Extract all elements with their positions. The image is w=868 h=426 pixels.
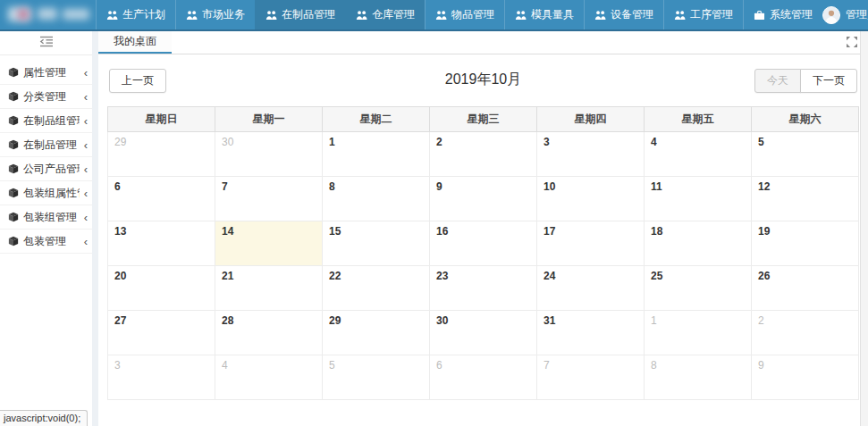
calendar-day-cell[interactable]: 9 [752,355,859,400]
calendar-day-cell[interactable]: 1 [645,311,752,355]
calendar-day-cell[interactable]: 20 [108,266,215,311]
sidebar: 属性管理‹分类管理‹在制品组管理‹在制品管理‹公司产品管理‹包装组属性管理‹包装… [0,31,92,426]
day-number: 25 [651,270,662,282]
calendar-day-cell[interactable]: 14 [215,221,323,266]
main-area: 我的桌面 上一页 2019年10月 今天 下一页 星期日星期一星期二星期三星期四… [98,31,868,426]
calendar-day-cell[interactable]: 28 [215,311,323,355]
day-number: 8 [651,359,657,372]
calendar-day-cell[interactable]: 6 [108,177,215,221]
day-number: 1 [651,314,657,327]
day-number: 27 [114,314,126,327]
fullscreen-button[interactable] [847,31,857,54]
calendar-day-cell[interactable]: 4 [215,355,323,400]
sidebar-item-label: 在制品组管理 [23,113,80,129]
nav-item[interactable]: 在制品管理 [255,0,345,29]
calendar-day-cell[interactable]: 5 [752,132,859,177]
fullscreen-icon [847,35,857,51]
nav-item[interactable]: 系统管理 [743,0,822,29]
calendar-day-cell[interactable]: 31 [537,311,645,355]
calendar-day-cell[interactable]: 26 [752,266,859,311]
nav-item-label: 仓库管理 [372,7,415,22]
calendar-day-cell[interactable]: 3 [108,355,215,400]
calendar-day-cell[interactable]: 29 [108,132,215,177]
nav-item-label: 系统管理 [770,7,813,22]
calendar-header-row: 星期日星期一星期二星期三星期四星期五星期六 [108,107,859,132]
prev-page-button[interactable]: 上一页 [109,69,166,93]
sidebar-item-label: 包装组属性管理 [23,186,80,201]
user-menu[interactable]: 管理员[管理员] [822,0,868,29]
day-number: 6 [114,180,121,193]
calendar-day-cell[interactable]: 6 [430,355,537,400]
calendar-day-cell[interactable]: 30 [430,311,537,355]
user-label: 管理员[管理员] [846,7,868,22]
sidebar-item[interactable]: 属性管理‹ [0,61,92,85]
people-icon [594,10,606,21]
next-page-button[interactable]: 下一页 [800,69,857,93]
sidebar-item[interactable]: 包装组管理‹ [0,205,92,230]
outdent-icon [39,35,54,51]
calendar-day-cell[interactable]: 27 [108,311,215,355]
calendar-day-cell[interactable]: 24 [537,266,645,311]
sidebar-item[interactable]: 包装管理‹ [0,230,92,254]
nav-item[interactable]: 市场业务 [175,0,255,29]
calendar-day-cell[interactable]: 1 [323,132,430,177]
nav-item-label: 市场业务 [202,7,245,22]
calendar-day-cell[interactable]: 22 [323,266,430,311]
calendar-day-cell[interactable]: 17 [537,221,645,266]
calendar-day-cell[interactable]: 8 [645,355,752,400]
calendar-day-cell[interactable]: 15 [323,221,430,266]
calendar-day-cell[interactable]: 7 [537,355,645,400]
calendar-day-cell[interactable]: 2 [752,311,859,355]
sidebar-item[interactable]: 在制品组管理‹ [0,109,92,133]
day-number: 26 [758,270,770,282]
people-icon [356,10,367,21]
nav-item-label: 工序管理 [690,7,733,22]
calendar-day-cell[interactable]: 16 [430,221,537,266]
day-number: 17 [544,225,555,238]
calendar-day-cell[interactable]: 7 [215,177,323,221]
nav-item[interactable]: 模具量具 [504,0,584,29]
calendar-day-cell[interactable]: 9 [430,177,537,221]
sidebar-item[interactable]: 包装组属性管理‹ [0,181,92,205]
calendar-day-cell[interactable]: 10 [537,177,645,221]
tab-my-desktop[interactable]: 我的桌面 [98,31,172,54]
today-button[interactable]: 今天 [754,69,801,93]
calendar-day-cell[interactable]: 13 [108,221,215,266]
calendar-day-cell[interactable]: 3 [537,132,645,177]
nav-item[interactable]: 工序管理 [663,0,743,29]
calendar-day-cell[interactable]: 4 [645,132,752,177]
sidebar-collapse-button[interactable] [0,31,92,55]
calendar-day-cell[interactable]: 21 [215,266,323,311]
calendar-day-cell[interactable]: 2 [430,132,537,177]
nav-item[interactable]: 物品管理 [425,0,504,29]
navbar-menu: 生产计划市场业务在制品管理仓库管理物品管理模具量具设备管理工序管理系统管理 [96,0,822,29]
day-number: 12 [758,180,770,193]
people-icon [265,10,277,21]
scrollbar-track[interactable] [860,31,868,426]
day-number: 10 [544,180,555,193]
sidebar-item[interactable]: 公司产品管理‹ [0,157,92,181]
nav-item-label: 设备管理 [611,7,653,22]
nav-item[interactable]: 仓库管理 [345,0,425,29]
calendar-day-cell[interactable]: 8 [323,177,430,221]
day-number: 1 [329,136,335,148]
day-header: 星期二 [323,107,430,132]
calendar-day-cell[interactable]: 11 [645,177,752,221]
calendar-day-cell[interactable]: 19 [752,221,859,266]
calendar-day-cell[interactable]: 25 [645,266,752,311]
calendar-day-cell[interactable]: 18 [645,221,752,266]
day-number: 4 [651,136,657,148]
calendar-nav-group: 今天 下一页 [754,69,857,93]
calendar-day-cell[interactable]: 29 [323,311,430,355]
day-number: 15 [329,225,341,238]
nav-item[interactable]: 生产计划 [96,0,175,29]
calendar-day-cell[interactable]: 23 [430,266,537,311]
calendar-day-cell[interactable]: 30 [215,132,323,177]
calendar-day-cell[interactable]: 5 [323,355,430,400]
sidebar-item[interactable]: 在制品管理‹ [0,133,92,157]
sidebar-menu: 属性管理‹分类管理‹在制品组管理‹在制品管理‹公司产品管理‹包装组属性管理‹包装… [0,61,92,254]
box-icon [8,67,19,78]
calendar-day-cell[interactable]: 12 [752,177,859,221]
sidebar-item[interactable]: 分类管理‹ [0,85,92,109]
nav-item[interactable]: 设备管理 [584,0,663,29]
